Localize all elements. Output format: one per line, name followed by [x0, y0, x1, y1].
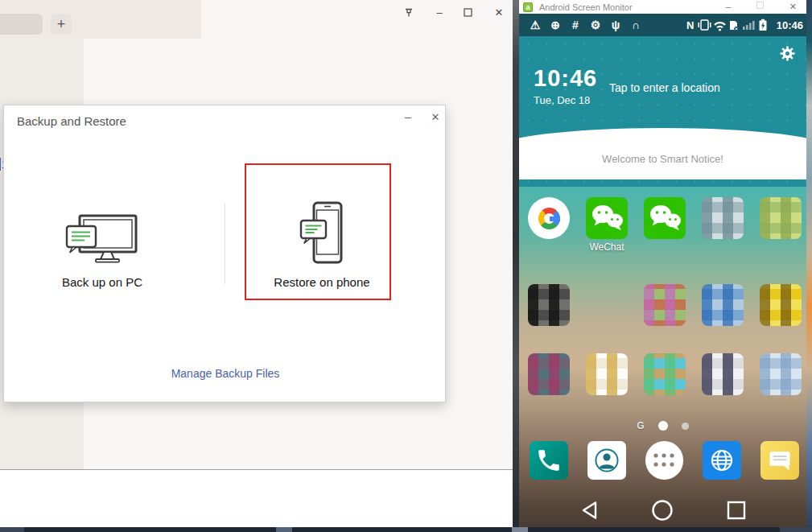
dialog-minimize-button[interactable]: – [402, 110, 414, 123]
desktop: + – ✕ 1 Backup and Restore – ✕ [0, 0, 812, 532]
minimize-button[interactable]: – [434, 6, 445, 19]
device-tab[interactable] [0, 14, 43, 35]
blurred-app-icon[interactable] [644, 353, 686, 395]
google-page-letter: G [637, 420, 644, 431]
app-drawer-icon[interactable] [645, 441, 684, 480]
dialog-title: Backup and Restore [17, 114, 126, 128]
google-g-logo [538, 208, 560, 229]
background-window-strip-right [806, 0, 812, 527]
contacts-dock-icon[interactable] [587, 441, 626, 480]
options-divider [225, 204, 225, 284]
app-row-3 [528, 353, 802, 395]
back-nav-icon[interactable] [580, 501, 598, 520]
monitor-maximize-button[interactable] [756, 2, 764, 12]
recents-nav-icon[interactable] [727, 501, 746, 520]
usb-icon: ψ [609, 19, 622, 31]
phone-handset-glyph [535, 447, 563, 474]
home-nav-icon[interactable] [651, 499, 674, 522]
android-screen-monitor-window: a Android Screen Monitor – ✕ ⚠ ⊕ # ⚙ ψ ∩ [519, 0, 806, 527]
phone-status-bar: ⚠ ⊕ # ⚙ ψ ∩ N [519, 14, 806, 36]
message-bubble-glyph [764, 444, 796, 476]
monitor-close-button[interactable]: ✕ [789, 2, 797, 12]
monitor-window-title: Android Screen Monitor [539, 2, 633, 12]
inactive-page-dot[interactable] [682, 423, 689, 430]
phone-restore-icon [299, 201, 344, 264]
option-label: Restore on phone [274, 275, 369, 289]
google-app-icon[interactable] [528, 197, 570, 254]
widget-date: Tue, Dec 18 [534, 94, 590, 106]
blurred-app-icon[interactable] [760, 197, 802, 254]
blurred-app-icon[interactable] [528, 284, 570, 326]
lower-white-area [0, 470, 513, 527]
battery-icon [759, 19, 766, 31]
android-navbar [519, 493, 806, 527]
globe-glyph [706, 444, 738, 476]
dialog-close-button[interactable]: ✕ [429, 111, 442, 123]
widget-clock: 10:46 [534, 65, 597, 92]
widget-settings-gear-icon[interactable] [780, 46, 795, 61]
empty-grid-cell [586, 284, 628, 326]
phone-dock-icon[interactable] [530, 441, 568, 480]
pc-monitor-backup-icon [65, 214, 139, 264]
smart-notice-text: Welcome to Smart Notice! [602, 153, 723, 165]
gear-icon: ⚙ [589, 19, 602, 31]
app-row-1: WeChat [528, 197, 802, 254]
nfc-icon: N [686, 19, 694, 31]
taskbar-sliver[interactable] [0, 527, 812, 532]
hash-icon: # [569, 19, 582, 31]
restore-on-phone-option[interactable]: Restore on phone [245, 192, 398, 289]
blurred-app-icon[interactable] [528, 353, 570, 395]
dock [530, 441, 799, 480]
blurred-app-icon[interactable] [586, 353, 628, 395]
wechat-app-icon[interactable] [644, 197, 686, 254]
blurred-app-icon[interactable] [644, 284, 686, 326]
android-icon: ∩ [629, 19, 642, 31]
option-label: Back up on PC [62, 275, 142, 289]
update-icon: ⊕ [549, 19, 562, 31]
wifi-icon [715, 23, 725, 31]
smart-notice-card[interactable]: Welcome to Smart Notice! [519, 138, 806, 179]
blurred-app-icon[interactable] [702, 284, 744, 326]
blurred-app-icon[interactable] [702, 353, 744, 395]
close-button[interactable]: ✕ [493, 6, 505, 19]
pc-suite-window: + – ✕ 1 Backup and Restore – ✕ [0, 0, 513, 527]
window-controls: – ✕ [392, 0, 513, 24]
wechat-bubbles-logo [647, 202, 682, 234]
browser-dock-icon[interactable] [703, 441, 741, 480]
messaging-dock-icon[interactable] [760, 441, 799, 480]
monitor-minimize-button[interactable]: – [726, 2, 731, 12]
status-right-icons: N [685, 18, 775, 32]
contacts-person-glyph [590, 443, 624, 477]
manage-backup-files-link[interactable]: Manage Backup Files [4, 367, 447, 380]
add-tab-button[interactable]: + [51, 14, 72, 35]
monitor-titlebar: a Android Screen Monitor – ✕ [519, 0, 806, 14]
monitor-app-icon: a [523, 2, 533, 12]
blurred-app-icon[interactable] [760, 284, 802, 326]
wechat-app-icon[interactable]: WeChat [586, 197, 628, 254]
sdcard-error-icon [730, 21, 739, 31]
active-page-dot[interactable] [658, 421, 668, 431]
page-indicator: G [519, 420, 806, 431]
widget-location-hint[interactable]: Tap to enter a location [609, 81, 720, 94]
maximize-button[interactable] [464, 8, 475, 17]
signal-icon [743, 21, 755, 30]
status-time: 10:46 [777, 19, 803, 31]
app-row-2 [528, 284, 802, 326]
vibrate-icon [699, 20, 711, 30]
warning-icon: ⚠ [529, 19, 542, 31]
blurred-app-icon[interactable] [702, 197, 744, 254]
wechat-bubbles-logo [589, 202, 624, 234]
blurred-app-icon[interactable] [760, 353, 802, 395]
pin-icon[interactable] [404, 7, 415, 18]
phone-screen-mirror[interactable]: ⚠ ⊕ # ⚙ ψ ∩ N [519, 14, 806, 527]
background-window-strip [513, 0, 519, 527]
drawer-dots-glyph [652, 452, 676, 469]
backup-and-restore-dialog: Backup and Restore – ✕ Back up on PC [3, 105, 446, 402]
back-up-on-pc-option[interactable]: Back up on PC [26, 192, 179, 289]
